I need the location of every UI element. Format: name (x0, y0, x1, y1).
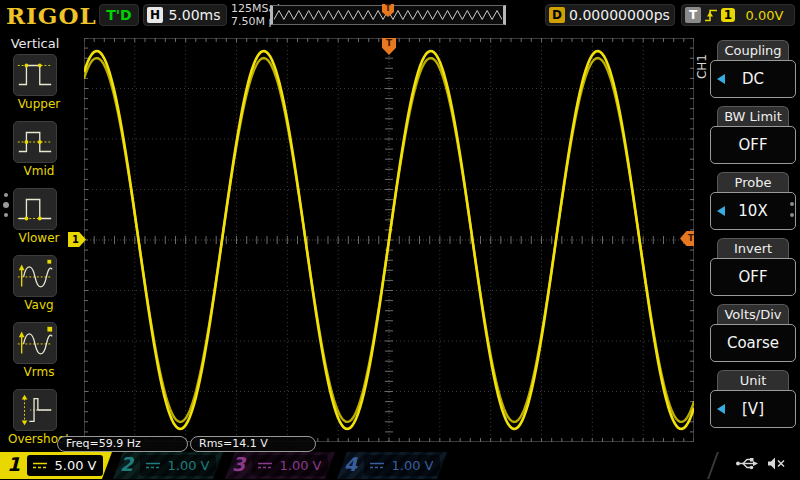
menu-item-label: Probe (717, 172, 789, 192)
timebase-value: 5.00ms (163, 7, 226, 23)
channel-number: 1 (7, 453, 20, 475)
vertical-measure-menu: Vertical Vupper Vmid Vlower (0, 30, 78, 450)
menu-item-value: 10X (738, 202, 767, 220)
menu-item-value: OFF (738, 268, 767, 286)
menu-item-vupper[interactable]: Vupper (0, 54, 78, 116)
dc-coupling-icon (32, 460, 48, 471)
rms-measurement: Rms=14.1 V (190, 436, 316, 452)
menu-item-volts-div[interactable]: Volts/Div Coarse (710, 304, 796, 364)
menu-item-label: Vmid (0, 164, 78, 178)
freq-measurement: Freq=59.9 Hz (57, 436, 188, 452)
menu-item-value: [V] (742, 400, 764, 418)
vupper-icon (14, 55, 56, 95)
scroll-indicator-dot-current (3, 202, 9, 208)
menu-item-unit[interactable]: Unit [V] (710, 370, 796, 430)
channel1-status[interactable]: 1 5.00 V (0, 452, 112, 479)
menu-item-vmid[interactable]: Vmid (0, 121, 78, 183)
channel-menu-title: CH1 (695, 54, 709, 79)
menu-item-value: DC (742, 70, 764, 88)
rigol-logo: RIGOL (6, 2, 97, 29)
overshoot-icon (14, 390, 56, 430)
trigger-label-badge: T (685, 7, 701, 23)
channel2-status[interactable]: 2 1.00 V (113, 452, 223, 479)
left-arrow-icon (717, 206, 725, 216)
h-label-badge: H (147, 7, 163, 23)
delay-value: 0.00000000ps (565, 7, 674, 23)
menu-item-coupling[interactable]: Coupling DC (710, 40, 796, 100)
rising-edge-icon (704, 8, 718, 23)
menu-item-label: Volts/Div (717, 304, 789, 324)
channel-scale: 1.00 V (273, 458, 328, 473)
horizontal-timebase-box[interactable]: H 5.00ms (143, 4, 227, 26)
channel-scale: 5.00 V (48, 458, 103, 473)
speaker-muted-icon (767, 456, 786, 471)
waveform-memory-preview[interactable]: T (270, 5, 506, 25)
statusbar-divider (707, 452, 719, 479)
menu-item-label: Vrms (0, 365, 78, 379)
channel1-settings-menu: CH1 Coupling DC BW Limit OFF Probe 10X I… (694, 30, 800, 480)
top-status-bar: RIGOL T'D H 5.00ms 125MSa/s 7.50M pts T … (0, 0, 800, 30)
dc-coupling-icon (257, 460, 273, 471)
dc-coupling-icon (369, 460, 385, 471)
menu-item-value: OFF (738, 136, 767, 154)
menu-item-value: Coarse (727, 334, 779, 352)
channel3-status[interactable]: 3 1.00 V (225, 452, 335, 479)
trigger-source-badge: 1 (721, 8, 735, 22)
dc-coupling-icon (145, 460, 161, 471)
menu-page-dot (790, 202, 794, 206)
left-arrow-icon (717, 74, 725, 84)
trigger-status-badge: T'D (99, 4, 139, 26)
menu-item-label: Invert (717, 238, 789, 258)
channel4-status[interactable]: 4 1.00 V (337, 452, 447, 479)
channel-number: 3 (232, 453, 245, 475)
vavg-icon (14, 256, 56, 296)
menu-page-dot (790, 213, 794, 217)
menu-item-label: Vlower (0, 231, 78, 245)
menu-item-label: Vavg (0, 298, 78, 312)
channel-scale: 1.00 V (161, 458, 216, 473)
scroll-indicator-dot (4, 193, 8, 197)
menu-item-label: Coupling (717, 40, 789, 60)
menu-item-invert[interactable]: Invert OFF (710, 238, 796, 298)
channel-scale: 1.00 V (385, 458, 440, 473)
trigger-delay-box[interactable]: D 0.00000000ps (545, 4, 675, 26)
vlower-icon (14, 189, 56, 229)
channel-status-bar: 1 5.00 V 2 1.00 V 3 1.00 V (0, 452, 800, 480)
delay-label-badge: D (549, 7, 565, 23)
trigger-level-value: 0.00V (735, 8, 794, 23)
left-arrow-icon (717, 404, 725, 414)
menu-item-vavg[interactable]: Vavg (0, 255, 78, 317)
menu-item-label: Unit (717, 370, 789, 390)
menu-item-bw-limit[interactable]: BW Limit OFF (710, 106, 796, 166)
vrms-icon (14, 323, 56, 363)
channel-number: 2 (120, 453, 133, 475)
left-menu-title: Vertical (0, 36, 70, 51)
waveform-display (84, 38, 694, 442)
menu-item-probe[interactable]: Probe 10X (710, 172, 796, 232)
vmid-icon (14, 122, 56, 162)
channel-number: 4 (344, 453, 357, 475)
menu-item-vlower[interactable]: Vlower (0, 188, 78, 250)
trigger-info-box[interactable]: T 1 0.00V (681, 4, 795, 26)
menu-item-label: BW Limit (717, 106, 789, 126)
menu-item-label: Vupper (0, 97, 78, 111)
usb-icon (735, 456, 759, 471)
menu-item-vrms[interactable]: Vrms (0, 322, 78, 384)
scroll-indicator-dot (4, 213, 8, 217)
